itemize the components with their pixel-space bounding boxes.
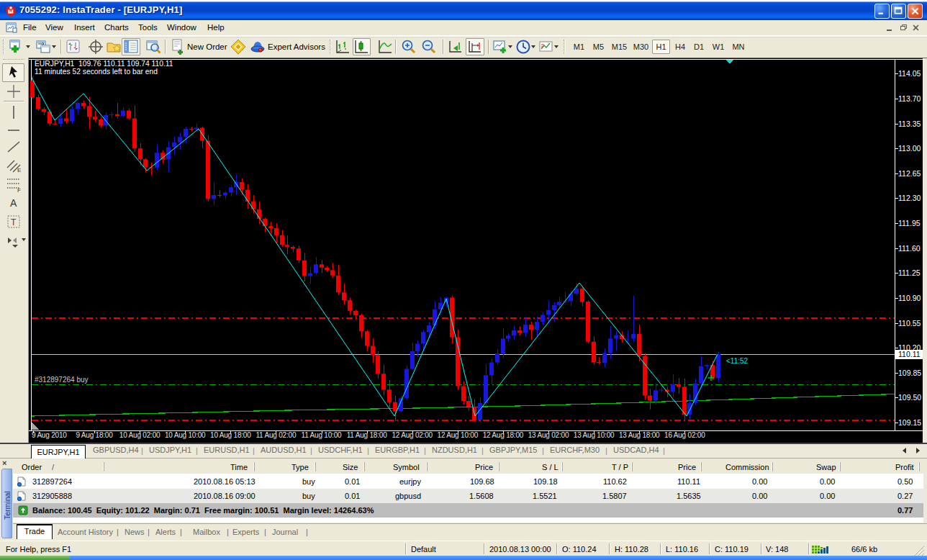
svg-text:110.55: 110.55	[898, 319, 921, 328]
svg-text:112.65: 112.65	[898, 169, 921, 178]
svg-text:113.00: 113.00	[898, 144, 921, 153]
svg-text:EURJPY,H1 109.76 110.11 109.7: EURJPY,H1 109.76 110.11 109.74 110.11	[35, 60, 173, 68]
svg-text:112.30: 112.30	[898, 194, 921, 202]
svg-text:113.70: 113.70	[898, 94, 921, 103]
svg-text:111.25: 111.25	[898, 268, 921, 277]
svg-text:<11:52: <11:52	[726, 357, 749, 365]
svg-text:11 minutes 52 seconds left to: 11 minutes 52 seconds left to bar end	[35, 68, 158, 76]
svg-text:114.05: 114.05	[898, 69, 921, 78]
svg-text:110.90: 110.90	[898, 294, 921, 302]
svg-text:9 Aug 2010: 9 Aug 2010	[32, 431, 67, 439]
svg-text:A: A	[10, 197, 17, 209]
svg-text:109.15: 109.15	[898, 418, 921, 427]
svg-text:F: F	[17, 187, 21, 192]
svg-text:111.60: 111.60	[898, 244, 921, 253]
svg-text:109.85: 109.85	[898, 369, 921, 377]
svg-text:113.35: 113.35	[898, 119, 921, 128]
svg-text:T: T	[11, 217, 17, 227]
svg-text:110.11: 110.11	[898, 350, 921, 358]
svg-text:E: E	[17, 167, 21, 173]
svg-text:#312897264 buy: #312897264 buy	[35, 376, 89, 384]
svg-text:109.50: 109.50	[898, 393, 921, 402]
svg-text:111.95: 111.95	[898, 219, 921, 227]
